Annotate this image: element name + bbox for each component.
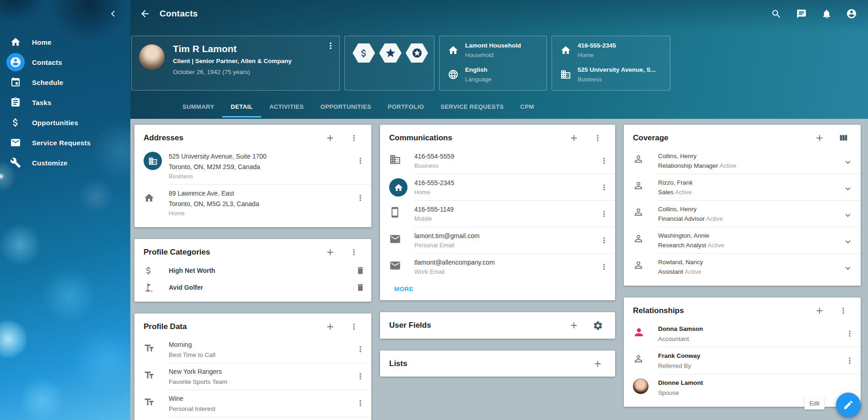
communication-row[interactable]: lamont.tim@gmail.com Personal Email [380, 227, 615, 253]
add-coverage-button[interactable] [814, 133, 825, 144]
expand-coverage-button[interactable] [835, 258, 861, 273]
sidebar-item-contacts[interactable]: Contacts [0, 52, 130, 72]
tab-portfolio[interactable]: PORTFOLIO [380, 96, 432, 117]
coverage-row[interactable]: Collins, Henry Relationship Manager Acti… [624, 148, 861, 174]
more-button[interactable]: MORE [394, 286, 413, 292]
search-button[interactable] [771, 8, 782, 19]
sidebar-item-home[interactable]: Home [0, 32, 130, 52]
tab-cpm[interactable]: CPM [512, 96, 542, 117]
profile-data-menu-button[interactable] [348, 321, 359, 332]
relationship-avatar [633, 378, 658, 394]
profile-data-menu-button[interactable] [349, 394, 371, 408]
notifications-button[interactable] [821, 8, 832, 19]
kebab-icon [349, 248, 359, 257]
communication-row[interactable]: tlamont@allencompany.com Work Email [380, 254, 615, 280]
categories-menu-button[interactable] [348, 247, 359, 258]
coverage-row[interactable]: Washington, Annie Research Analyst Activ… [624, 227, 861, 253]
tab-service-requests[interactable]: SERVICE REQUESTS [432, 96, 512, 117]
address-row[interactable]: 89 Lawrence Ave. East Toronto, ON, M5G 2… [134, 185, 371, 221]
divider [169, 417, 371, 417]
primary-phone-row[interactable]: 416-555-2345 Home [558, 42, 664, 65]
category-row[interactable]: Avid Golfer [134, 279, 371, 296]
expand-coverage-button[interactable] [835, 205, 861, 220]
profile-data-row[interactable]: New York Rangers Favorite Sports Team [134, 363, 371, 390]
address-menu-button[interactable] [349, 152, 371, 165]
delete-category-button[interactable] [349, 266, 371, 275]
kebab-icon [600, 183, 609, 192]
relationship-row[interactable]: Frank Conway Referred By [624, 347, 861, 374]
add-address-button[interactable] [325, 133, 336, 144]
tab-summary[interactable]: SUMMARY [174, 96, 222, 117]
profile-data-row[interactable]: Wine Personal Interest [134, 390, 371, 417]
profile-data-label: Best Time to Call [169, 351, 349, 358]
delete-category-button[interactable] [349, 283, 371, 292]
communication-menu-button[interactable] [593, 258, 615, 271]
profile-data-row[interactable]: Morning Best Time to Call [134, 336, 371, 363]
sidebar-collapse-button[interactable] [107, 7, 119, 20]
add-category-button[interactable] [325, 247, 336, 258]
star-badge-icon [379, 43, 402, 63]
coverage-view-columns-button[interactable] [838, 133, 849, 144]
communication-menu-button[interactable] [593, 205, 615, 218]
sidebar-item-service-requests[interactable]: Service Requests [0, 133, 130, 153]
profile-data-menu-button[interactable] [349, 340, 371, 354]
expand-coverage-button[interactable] [835, 231, 861, 247]
contact-subtitle: Client | Senior Partner, Allen & Company [173, 58, 292, 64]
addresses-menu-button[interactable] [348, 133, 359, 144]
language-row[interactable]: English Language [446, 66, 540, 89]
expand-coverage-button[interactable] [835, 152, 861, 167]
communication-menu-button[interactable] [593, 152, 615, 165]
add-user-field-button[interactable] [568, 320, 579, 331]
communication-label: Personal Email [414, 242, 593, 249]
sidebar-item-tasks[interactable]: Tasks [0, 92, 130, 112]
profile-data-menu-button[interactable] [349, 367, 371, 381]
coverage-role: Relationship Manager [658, 162, 718, 169]
tab-activities[interactable]: ACTIVITIES [261, 96, 312, 117]
add-relationship-button[interactable] [814, 305, 825, 316]
coverage-row[interactable]: Rowland, Nancy Assistant Active [624, 254, 861, 280]
relationships-menu-button[interactable] [838, 305, 849, 316]
sidebar-item-customize[interactable]: Customize [0, 153, 130, 173]
tab-opportunities[interactable]: OPPORTUNITIES [312, 96, 379, 117]
communication-menu-button[interactable] [593, 231, 615, 245]
relationship-menu-button[interactable] [839, 351, 861, 365]
contact-menu-button[interactable] [326, 41, 337, 52]
communications-menu-button[interactable] [592, 133, 603, 144]
add-list-button[interactable] [592, 358, 603, 369]
communication-menu-button[interactable] [593, 178, 615, 192]
coverage-row[interactable]: Rizzo, Frank Sales Active [624, 174, 861, 200]
back-button[interactable] [139, 8, 151, 20]
household-row[interactable]: Lamont Household Household [446, 42, 540, 65]
address-menu-button[interactable] [349, 189, 371, 202]
relationship-row[interactable]: Dionne Lamont Spouse [624, 374, 861, 401]
coverage-row[interactable]: Collins, Henry Financial Advisor Active [624, 201, 861, 227]
chat-button[interactable] [796, 8, 807, 19]
account-button[interactable] [846, 8, 857, 19]
primary-address-label: Business [578, 76, 656, 83]
communication-row[interactable]: 416-555-2345 Home [380, 174, 615, 200]
bell-icon [821, 9, 832, 19]
communication-value: 416-554-5559 [414, 153, 593, 160]
tab-detail[interactable]: DETAIL [222, 96, 261, 117]
contact-name: Tim R Lamont [173, 43, 292, 54]
category-row[interactable]: High Net Worth [134, 262, 371, 279]
sidebar: Home Contacts Schedule Tasks Opportuniti… [0, 0, 130, 420]
relationship-row[interactable]: Donna Samson Accountant [624, 320, 861, 347]
mail-icon [6, 133, 25, 152]
communication-row[interactable]: 416-554-5559 Business [380, 148, 615, 174]
edit-fab[interactable] [836, 393, 861, 417]
addresses-card: Addresses 525 University Avenue, Suite 1… [134, 125, 371, 227]
plus-icon [593, 359, 603, 369]
user-fields-settings-button[interactable] [592, 320, 603, 331]
relationship-menu-button[interactable] [839, 324, 861, 338]
add-profile-data-button[interactable] [325, 321, 336, 332]
address-row[interactable]: 525 University Avenue, Suite 1700 Toront… [134, 148, 371, 184]
profile-data-label: Personal Interest [169, 405, 349, 412]
building-icon [560, 69, 571, 80]
add-communication-button[interactable] [568, 133, 579, 144]
expand-coverage-button[interactable] [835, 178, 861, 194]
sidebar-item-opportunities[interactable]: Opportunities [0, 112, 130, 133]
primary-address-row[interactable]: 525 University Avenue, S... Business [558, 66, 664, 89]
sidebar-item-schedule[interactable]: Schedule [0, 72, 130, 92]
communication-row[interactable]: 416-555-1149 Mobile [380, 201, 615, 227]
